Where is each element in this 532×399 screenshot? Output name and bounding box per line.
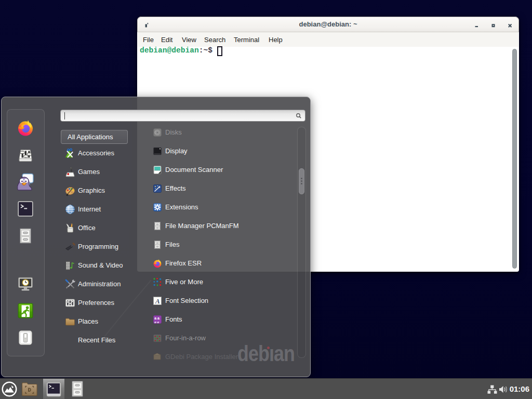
svg-text:A: A [155, 297, 160, 305]
svg-text:a a: a a [154, 320, 159, 324]
